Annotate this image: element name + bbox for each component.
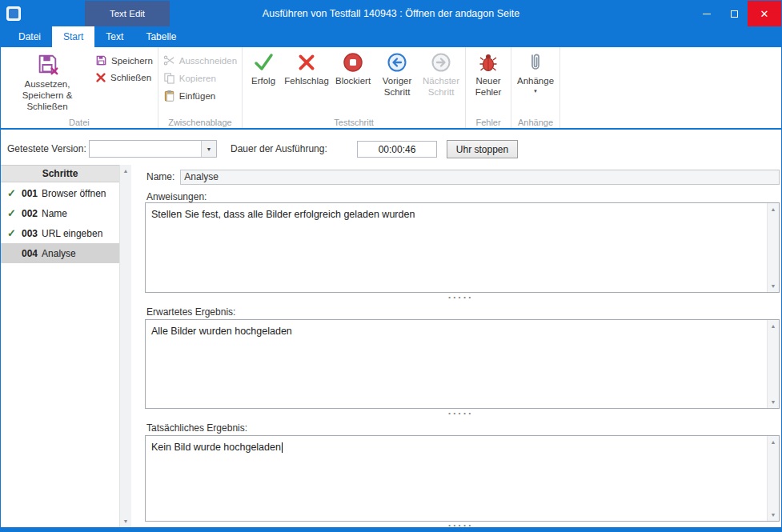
paperclip-icon (525, 52, 546, 73)
contextual-tab-group-label: Text Edit (85, 1, 170, 26)
ribbon-group-zwischenablage: Ausschneiden Kopieren (158, 47, 243, 128)
tatsaechliches-scrollbar[interactable]: ▲ ▼ (767, 436, 779, 521)
window-controls: ✕ (693, 1, 781, 26)
step-detail-form: Name: Analyse Anweisungen: Stellen Sie f… (142, 165, 780, 527)
anhaenge-button[interactable]: Anhänge ▼ (513, 50, 558, 115)
splitter-handle[interactable]: ····· (142, 295, 780, 302)
name-label: Name: (145, 171, 174, 182)
fail-x-icon (296, 52, 317, 73)
maximize-button[interactable] (720, 1, 748, 26)
step-item-002[interactable]: ✓ 002 Name (1, 203, 119, 223)
step-done-check-icon: ✓ (7, 227, 18, 239)
getestete-version-combobox[interactable]: ▼ (89, 140, 217, 158)
tatsaechliches-ergebnis-textarea[interactable]: Kein Bild wurde hochgeladen ▲ ▼ (145, 435, 780, 522)
ausschneiden-button[interactable]: Ausschneiden (160, 53, 240, 68)
naechster-schritt-button[interactable]: Nächster Schritt (419, 50, 463, 115)
uhr-stoppen-button[interactable]: Uhr stoppen (447, 140, 518, 158)
chevron-down-icon: ▼ (207, 146, 212, 152)
success-check-icon (253, 52, 274, 73)
ribbon-group-testschritt: Erfolg Fehlschlag Blockiert (243, 47, 466, 128)
group-caption-fehler: Fehler (466, 118, 511, 127)
combobox-dropdown-button[interactable]: ▼ (201, 141, 216, 157)
anweisungen-scrollbar[interactable]: ▲ ▼ (767, 203, 779, 292)
step-item-001[interactable]: ✓ 001 Browser öffnen (1, 183, 119, 203)
group-caption-zwischenablage: Zwischenablage (158, 118, 242, 127)
erwartetes-ergebnis-label: Erwartetes Ergebnis: (146, 306, 235, 318)
save-suspend-icon (35, 52, 59, 76)
ribbon-group-anhaenge: Anhänge ▼ Anhänge (511, 47, 560, 128)
erwartetes-scrollbar[interactable]: ▲ ▼ (767, 320, 779, 408)
minimize-button[interactable] (693, 1, 720, 26)
tab-start[interactable]: Start (52, 26, 94, 47)
step-item-004-selected[interactable]: 004 Analyse (1, 243, 119, 263)
paste-clipboard-icon (163, 90, 175, 102)
speichern-button[interactable]: Speichern (92, 53, 156, 68)
copy-icon (163, 72, 175, 84)
tab-text[interactable]: Text (94, 26, 134, 47)
close-icon: ✕ (760, 8, 769, 20)
name-field[interactable]: Analyse (180, 170, 780, 185)
group-caption-datei: Datei (1, 118, 158, 127)
name-row: Name: Analyse (145, 169, 780, 185)
next-step-icon (431, 52, 451, 73)
steps-list: ✓ 001 Browser öffnen ✓ 002 Name ✓ 003 UR… (1, 183, 119, 263)
scroll-up-icon[interactable]: ▲ (768, 203, 779, 215)
blocked-stop-icon (343, 52, 363, 73)
scroll-up-icon[interactable]: ▲ (768, 320, 779, 332)
einfuegen-button[interactable]: Einfügen (160, 88, 240, 103)
blockiert-button[interactable]: Blockiert (331, 50, 375, 115)
ribbon-group-fehler: Neuer Fehler Fehler (466, 47, 511, 128)
voriger-schritt-button[interactable]: Voriger Schritt (375, 50, 419, 115)
bottom-accent-strip (1, 527, 781, 531)
close-red-x-icon (95, 72, 106, 83)
splitter-handle[interactable]: ····· (142, 411, 780, 418)
anweisungen-textarea[interactable]: Stellen Sie fest, dass alle Bilder erfol… (145, 202, 780, 293)
maximize-icon (731, 10, 738, 18)
tab-datei[interactable]: Datei (7, 26, 52, 47)
scroll-down-icon[interactable]: ▼ (768, 396, 779, 408)
ribbon-tabrow: Datei Start Text Tabelle (1, 26, 781, 47)
app-window: Text Edit Ausführen von Testfall 140943 … (0, 0, 782, 532)
erwartetes-ergebnis-textarea[interactable]: Alle Bilder wurden hochgeladen ▲ ▼ (145, 319, 780, 409)
bug-icon (478, 52, 499, 73)
kopieren-button[interactable]: Kopieren (160, 70, 240, 86)
anhaenge-dropdown-icon: ▼ (533, 89, 538, 94)
ribbon-group-datei: Aussetzen, Speichern & Schließen Speiche… (1, 47, 158, 128)
titlebar: Text Edit Ausführen von Testfall 140943 … (1, 1, 781, 26)
text-cursor (282, 442, 283, 453)
ribbon: Aussetzen, Speichern & Schließen Speiche… (1, 47, 781, 130)
step-done-check-icon: ✓ (7, 207, 18, 219)
scroll-down-icon[interactable]: ▼ (768, 509, 779, 521)
tab-tabelle[interactable]: Tabelle (134, 26, 187, 47)
neuer-fehler-button[interactable]: Neuer Fehler (467, 50, 509, 115)
dauer-input[interactable] (357, 141, 437, 158)
scroll-down-icon[interactable]: ▼ (120, 515, 131, 527)
app-icon (6, 6, 21, 21)
getestete-version-label: Getestete Version: (7, 143, 86, 154)
scroll-up-icon[interactable]: ▲ (768, 436, 779, 448)
group-caption-testschritt: Testschritt (243, 118, 465, 127)
save-icon (95, 54, 107, 66)
dauer-label: Dauer der Ausführung: (231, 143, 327, 154)
scroll-up-icon[interactable]: ▲ (120, 165, 131, 177)
erfolg-button[interactable]: Erfolg (244, 50, 283, 115)
step-item-003[interactable]: ✓ 003 URL eingeben (1, 223, 119, 243)
tatsaechliches-ergebnis-label: Tatsächliches Ergebnis: (146, 422, 247, 434)
aussetzen-speichern-schliessen-button[interactable]: Aussetzen, Speichern & Schließen (2, 50, 92, 115)
schliessen-button[interactable]: Schließen (92, 70, 156, 85)
steps-panel-header: Schritte (1, 165, 119, 182)
scroll-down-icon[interactable]: ▼ (768, 280, 779, 292)
step-done-check-icon: ✓ (7, 187, 18, 199)
scissors-icon (163, 54, 175, 66)
close-button[interactable]: ✕ (748, 1, 781, 26)
getestete-version-value[interactable] (90, 141, 201, 157)
minimize-icon (703, 14, 711, 14)
previous-step-icon (387, 52, 407, 73)
group-caption-anhaenge: Anhänge (511, 118, 559, 127)
steps-scrollbar[interactable]: ▲ ▼ (119, 165, 131, 527)
fehlschlag-button[interactable]: Fehlschlag (283, 50, 331, 115)
anweisungen-label: Anweisungen: (146, 191, 207, 202)
parameter-row: Getestete Version: ▼ Dauer der Ausführun… (1, 131, 781, 165)
steps-panel: Schritte ✓ 001 Browser öffnen ✓ 002 Name… (1, 165, 131, 527)
